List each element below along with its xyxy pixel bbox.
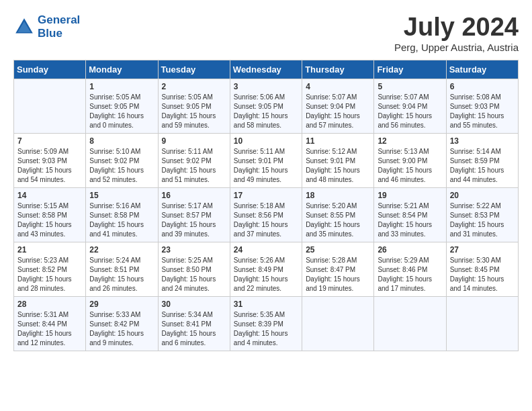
table-row: 23Sunrise: 5:25 AM Sunset: 8:50 PM Dayli… bbox=[158, 242, 230, 296]
table-row: 28Sunrise: 5:31 AM Sunset: 8:44 PM Dayli… bbox=[14, 296, 86, 351]
table-row: 26Sunrise: 5:29 AM Sunset: 8:46 PM Dayli… bbox=[374, 242, 446, 296]
table-row: 31Sunrise: 5:35 AM Sunset: 8:39 PM Dayli… bbox=[230, 296, 302, 351]
table-row: 6Sunrise: 5:08 AM Sunset: 9:03 PM Daylig… bbox=[446, 79, 518, 133]
table-row: 25Sunrise: 5:28 AM Sunset: 8:47 PM Dayli… bbox=[302, 242, 374, 296]
col-saturday: Saturday bbox=[446, 60, 518, 79]
day-number: 18 bbox=[306, 191, 371, 200]
logo-text: General Blue bbox=[38, 13, 80, 40]
day-number: 26 bbox=[378, 245, 443, 255]
table-row: 27Sunrise: 5:30 AM Sunset: 8:45 PM Dayli… bbox=[446, 242, 518, 296]
table-row: 7Sunrise: 5:09 AM Sunset: 9:03 PM Daylig… bbox=[14, 133, 86, 187]
day-info: Sunrise: 5:16 AM Sunset: 8:58 PM Dayligh… bbox=[89, 201, 154, 239]
table-row bbox=[374, 296, 446, 351]
table-row: 22Sunrise: 5:24 AM Sunset: 8:51 PM Dayli… bbox=[86, 242, 158, 296]
day-info: Sunrise: 5:07 AM Sunset: 9:04 PM Dayligh… bbox=[378, 93, 443, 130]
day-number: 1 bbox=[89, 82, 154, 91]
calendar-table: Sunday Monday Tuesday Wednesday Thursday… bbox=[13, 60, 519, 351]
day-number: 12 bbox=[378, 136, 443, 146]
day-info: Sunrise: 5:25 AM Sunset: 8:50 PM Dayligh… bbox=[162, 256, 227, 293]
day-number: 3 bbox=[234, 82, 299, 91]
table-row: 19Sunrise: 5:21 AM Sunset: 8:54 PM Dayli… bbox=[374, 187, 446, 242]
table-row: 12Sunrise: 5:13 AM Sunset: 9:00 PM Dayli… bbox=[374, 133, 446, 187]
day-info: Sunrise: 5:11 AM Sunset: 9:02 PM Dayligh… bbox=[162, 147, 227, 185]
day-number: 20 bbox=[450, 191, 515, 200]
logo-icon bbox=[13, 16, 35, 38]
table-row: 18Sunrise: 5:20 AM Sunset: 8:55 PM Dayli… bbox=[302, 187, 374, 242]
day-info: Sunrise: 5:14 AM Sunset: 8:59 PM Dayligh… bbox=[450, 147, 515, 185]
logo: General Blue bbox=[13, 13, 80, 40]
day-info: Sunrise: 5:15 AM Sunset: 8:58 PM Dayligh… bbox=[17, 201, 83, 239]
table-row bbox=[14, 79, 86, 133]
calendar-week-row: 28Sunrise: 5:31 AM Sunset: 8:44 PM Dayli… bbox=[14, 296, 519, 351]
table-row: 3Sunrise: 5:06 AM Sunset: 9:05 PM Daylig… bbox=[230, 79, 302, 133]
col-wednesday: Wednesday bbox=[230, 60, 302, 79]
day-number: 22 bbox=[89, 245, 154, 255]
day-number: 17 bbox=[234, 191, 299, 200]
day-info: Sunrise: 5:05 AM Sunset: 9:05 PM Dayligh… bbox=[162, 93, 227, 130]
day-number: 4 bbox=[306, 82, 371, 91]
calendar-week-row: 14Sunrise: 5:15 AM Sunset: 8:58 PM Dayli… bbox=[14, 187, 519, 242]
table-row: 2Sunrise: 5:05 AM Sunset: 9:05 PM Daylig… bbox=[158, 79, 230, 133]
day-info: Sunrise: 5:12 AM Sunset: 9:01 PM Dayligh… bbox=[306, 147, 371, 185]
table-row: 13Sunrise: 5:14 AM Sunset: 8:59 PM Dayli… bbox=[446, 133, 518, 187]
day-number: 16 bbox=[162, 191, 227, 200]
day-number: 14 bbox=[17, 191, 83, 200]
month-year-title: July 2024 bbox=[394, 13, 519, 42]
day-info: Sunrise: 5:28 AM Sunset: 8:47 PM Dayligh… bbox=[306, 256, 371, 293]
day-number: 29 bbox=[89, 300, 154, 309]
day-number: 27 bbox=[450, 245, 515, 255]
day-info: Sunrise: 5:29 AM Sunset: 8:46 PM Dayligh… bbox=[378, 256, 443, 293]
day-number: 11 bbox=[306, 136, 371, 146]
day-number: 13 bbox=[450, 136, 515, 146]
day-info: Sunrise: 5:10 AM Sunset: 9:02 PM Dayligh… bbox=[89, 147, 154, 185]
day-info: Sunrise: 5:08 AM Sunset: 9:03 PM Dayligh… bbox=[450, 93, 515, 130]
day-info: Sunrise: 5:24 AM Sunset: 8:51 PM Dayligh… bbox=[89, 256, 154, 293]
day-info: Sunrise: 5:22 AM Sunset: 8:53 PM Dayligh… bbox=[450, 201, 515, 239]
table-row: 30Sunrise: 5:34 AM Sunset: 8:41 PM Dayli… bbox=[158, 296, 230, 351]
day-number: 19 bbox=[378, 191, 443, 200]
day-info: Sunrise: 5:09 AM Sunset: 9:03 PM Dayligh… bbox=[17, 147, 83, 185]
table-row: 14Sunrise: 5:15 AM Sunset: 8:58 PM Dayli… bbox=[14, 187, 86, 242]
day-number: 30 bbox=[162, 300, 227, 309]
calendar-week-row: 21Sunrise: 5:23 AM Sunset: 8:52 PM Dayli… bbox=[14, 242, 519, 296]
table-row bbox=[446, 296, 518, 351]
day-info: Sunrise: 5:26 AM Sunset: 8:49 PM Dayligh… bbox=[234, 256, 299, 293]
page-header: General Blue July 2024 Perg, Upper Austr… bbox=[13, 13, 519, 53]
day-number: 15 bbox=[89, 191, 154, 200]
day-number: 21 bbox=[17, 245, 83, 255]
day-info: Sunrise: 5:34 AM Sunset: 8:41 PM Dayligh… bbox=[162, 310, 227, 348]
day-info: Sunrise: 5:07 AM Sunset: 9:04 PM Dayligh… bbox=[306, 93, 371, 130]
day-number: 8 bbox=[89, 136, 154, 146]
day-number: 28 bbox=[17, 300, 83, 309]
day-info: Sunrise: 5:23 AM Sunset: 8:52 PM Dayligh… bbox=[17, 256, 83, 293]
table-row: 29Sunrise: 5:33 AM Sunset: 8:42 PM Dayli… bbox=[86, 296, 158, 351]
day-info: Sunrise: 5:21 AM Sunset: 8:54 PM Dayligh… bbox=[378, 201, 443, 239]
table-row: 9Sunrise: 5:11 AM Sunset: 9:02 PM Daylig… bbox=[158, 133, 230, 187]
day-number: 5 bbox=[378, 82, 443, 91]
day-number: 2 bbox=[162, 82, 227, 91]
col-thursday: Thursday bbox=[302, 60, 374, 79]
day-number: 24 bbox=[234, 245, 299, 255]
table-row: 11Sunrise: 5:12 AM Sunset: 9:01 PM Dayli… bbox=[302, 133, 374, 187]
col-friday: Friday bbox=[374, 60, 446, 79]
day-number: 23 bbox=[162, 245, 227, 255]
calendar-week-row: 7Sunrise: 5:09 AM Sunset: 9:03 PM Daylig… bbox=[14, 133, 519, 187]
day-info: Sunrise: 5:06 AM Sunset: 9:05 PM Dayligh… bbox=[234, 93, 299, 130]
col-sunday: Sunday bbox=[14, 60, 86, 79]
day-number: 31 bbox=[234, 300, 299, 309]
table-row: 8Sunrise: 5:10 AM Sunset: 9:02 PM Daylig… bbox=[86, 133, 158, 187]
table-row: 16Sunrise: 5:17 AM Sunset: 8:57 PM Dayli… bbox=[158, 187, 230, 242]
day-info: Sunrise: 5:05 AM Sunset: 9:05 PM Dayligh… bbox=[89, 93, 154, 130]
day-number: 6 bbox=[450, 82, 515, 91]
table-row: 5Sunrise: 5:07 AM Sunset: 9:04 PM Daylig… bbox=[374, 79, 446, 133]
calendar-header-row: Sunday Monday Tuesday Wednesday Thursday… bbox=[14, 60, 519, 79]
table-row: 1Sunrise: 5:05 AM Sunset: 9:05 PM Daylig… bbox=[86, 79, 158, 133]
location-subtitle: Perg, Upper Austria, Austria bbox=[394, 42, 519, 53]
day-info: Sunrise: 5:17 AM Sunset: 8:57 PM Dayligh… bbox=[162, 201, 227, 239]
day-info: Sunrise: 5:31 AM Sunset: 8:44 PM Dayligh… bbox=[17, 310, 83, 348]
day-number: 10 bbox=[234, 136, 299, 146]
day-info: Sunrise: 5:18 AM Sunset: 8:56 PM Dayligh… bbox=[234, 201, 299, 239]
day-number: 7 bbox=[17, 136, 83, 146]
day-number: 25 bbox=[306, 245, 371, 255]
day-info: Sunrise: 5:13 AM Sunset: 9:00 PM Dayligh… bbox=[378, 147, 443, 185]
